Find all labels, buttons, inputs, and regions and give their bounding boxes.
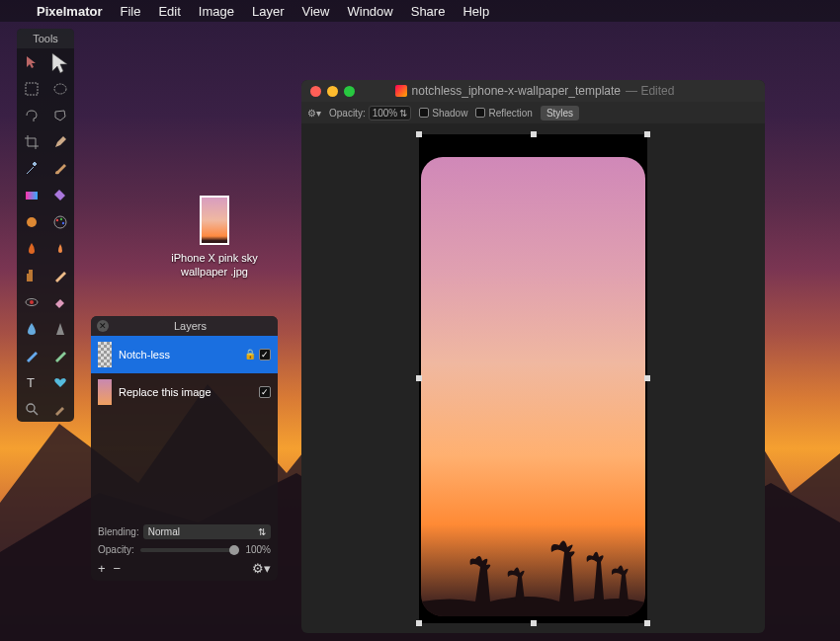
document-window: notchless_iphone-x-wallpaper_template — …	[301, 80, 765, 633]
zoom-tool[interactable]	[17, 395, 45, 422]
menu-window[interactable]: Window	[338, 4, 401, 19]
brush-tool[interactable]	[45, 155, 74, 182]
menu-view[interactable]: View	[294, 4, 339, 19]
document-toolbar: ⚙︎▾ Opacity: 100%⇅ Shadow Reflection Sty…	[301, 102, 765, 123]
ellipse-select-tool[interactable]	[45, 75, 74, 102]
svg-point-3	[27, 217, 37, 227]
toolbar-opacity-field[interactable]: 100%⇅	[369, 106, 412, 120]
canvas-content[interactable]	[419, 134, 647, 623]
resize-handle[interactable]	[531, 131, 537, 137]
toolbar-opacity-label: Opacity:	[329, 108, 366, 119]
resize-handle[interactable]	[416, 620, 422, 626]
layer-name: Replace this image	[119, 386, 252, 398]
resize-handle[interactable]	[644, 131, 650, 137]
opacity-value: 100%	[245, 544, 271, 555]
move-tool[interactable]	[17, 48, 45, 75]
layers-panel: ✕ Layers Notch-less 🔒 Replace this image…	[91, 316, 278, 581]
canvas-area[interactable]	[301, 123, 765, 633]
wand-tool[interactable]	[17, 155, 45, 182]
svg-text:T: T	[27, 375, 35, 390]
rect-select-tool[interactable]	[17, 75, 45, 102]
svg-point-11	[30, 300, 34, 304]
svg-rect-2	[26, 192, 38, 200]
resize-handle[interactable]	[416, 131, 422, 137]
menu-layer[interactable]: Layer	[243, 4, 294, 19]
stepper-icon[interactable]: ⇅	[399, 108, 407, 119]
pencil-tool[interactable]	[45, 262, 74, 288]
lasso-tool[interactable]	[17, 102, 45, 128]
red-eye-tool[interactable]	[17, 288, 45, 315]
pen-tool[interactable]	[45, 128, 74, 155]
window-zoom-button[interactable]	[344, 86, 355, 97]
sponge-tool[interactable]	[45, 342, 74, 368]
macos-menubar: Pixelmator File Edit Image Layer View Wi…	[0, 0, 840, 22]
eraser-tool[interactable]	[45, 288, 74, 315]
window-close-button[interactable]	[310, 86, 321, 97]
crop-tool[interactable]	[17, 128, 45, 155]
window-minimize-button[interactable]	[327, 86, 338, 97]
svg-rect-0	[26, 83, 38, 95]
clone-tool[interactable]	[17, 262, 45, 288]
resize-handle[interactable]	[416, 375, 422, 381]
gear-icon[interactable]: ⚙︎▾	[307, 108, 321, 119]
file-thumbnail	[200, 196, 229, 245]
menu-file[interactable]: File	[111, 4, 149, 19]
app-menu[interactable]: Pixelmator	[28, 4, 111, 19]
text-tool[interactable]: T	[17, 368, 45, 395]
palm-silhouettes	[421, 508, 645, 616]
poly-lasso-tool[interactable]	[45, 102, 74, 128]
chevron-updown-icon: ⇅	[258, 526, 266, 537]
shape-tool[interactable]	[17, 208, 45, 235]
shadow-checkbox[interactable]	[419, 108, 429, 118]
svg-point-13	[27, 404, 35, 412]
desktop-file[interactable]: iPhone X pink sky wallpaper .jpg	[170, 196, 259, 279]
layer-thumbnail	[98, 379, 112, 405]
reflection-checkbox[interactable]	[475, 108, 485, 118]
layer-row[interactable]: Notch-less 🔒	[91, 336, 278, 373]
resize-handle[interactable]	[644, 375, 650, 381]
menu-help[interactable]: Help	[454, 4, 498, 19]
eyedropper-tool[interactable]	[45, 395, 74, 422]
shadow-label: Shadow	[432, 108, 467, 119]
lock-icon[interactable]: 🔒	[244, 349, 256, 361]
resize-handle[interactable]	[531, 620, 537, 626]
paint-tool[interactable]	[45, 208, 74, 235]
blending-label: Blending:	[98, 526, 139, 537]
dodge-tool[interactable]	[45, 235, 74, 262]
layer-row[interactable]: Replace this image	[91, 373, 278, 411]
smudge-tool[interactable]	[17, 342, 45, 368]
gear-icon[interactable]: ⚙︎▾	[252, 561, 271, 576]
gradient-tool[interactable]	[17, 182, 45, 208]
blending-dropdown[interactable]: Normal⇅	[143, 524, 271, 539]
blur-tool[interactable]	[17, 315, 45, 342]
document-icon	[395, 85, 407, 97]
window-titlebar[interactable]: notchless_iphone-x-wallpaper_template — …	[301, 80, 765, 102]
resize-handle[interactable]	[644, 620, 650, 626]
heart-shape-tool[interactable]	[45, 368, 74, 395]
menu-edit[interactable]: Edit	[149, 4, 189, 19]
visibility-checkbox[interactable]	[259, 386, 271, 398]
svg-point-4	[54, 216, 66, 228]
tools-panel: Tools T	[17, 29, 74, 422]
tools-panel-title: Tools	[17, 29, 74, 48]
menu-image[interactable]: Image	[190, 4, 243, 19]
svg-rect-9	[29, 270, 33, 274]
layer-name: Notch-less	[119, 349, 237, 361]
svg-point-7	[61, 221, 63, 223]
svg-point-6	[59, 217, 61, 219]
styles-button[interactable]: Styles	[541, 106, 579, 120]
layer-thumbnail	[98, 342, 112, 367]
menu-share[interactable]: Share	[402, 4, 455, 19]
opacity-label: Opacity:	[98, 544, 134, 555]
file-name: iPhone X pink sky wallpaper .jpg	[170, 251, 259, 279]
bucket-tool[interactable]	[45, 182, 74, 208]
sharpen-tool[interactable]	[45, 315, 74, 342]
add-layer-button[interactable]: +	[98, 561, 106, 576]
opacity-slider[interactable]	[140, 548, 240, 552]
remove-layer-button[interactable]: −	[114, 561, 122, 576]
burn-tool[interactable]	[17, 235, 45, 262]
close-icon[interactable]: ✕	[97, 320, 109, 332]
transform-tool[interactable]	[45, 48, 74, 75]
layers-panel-title: Layers	[109, 320, 272, 332]
visibility-checkbox[interactable]	[259, 349, 271, 361]
